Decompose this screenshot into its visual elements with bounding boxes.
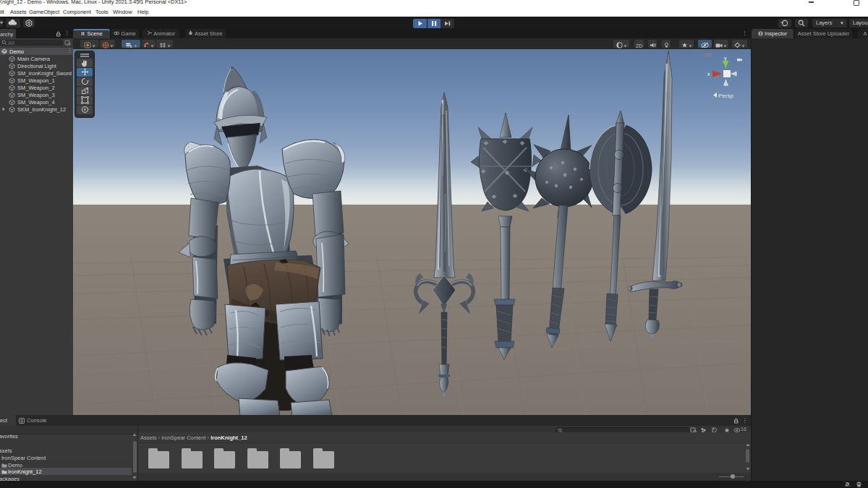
svg-text:y: y (724, 56, 727, 61)
svg-text:x: x (707, 72, 710, 77)
svg-text:Persp: Persp (718, 93, 733, 99)
